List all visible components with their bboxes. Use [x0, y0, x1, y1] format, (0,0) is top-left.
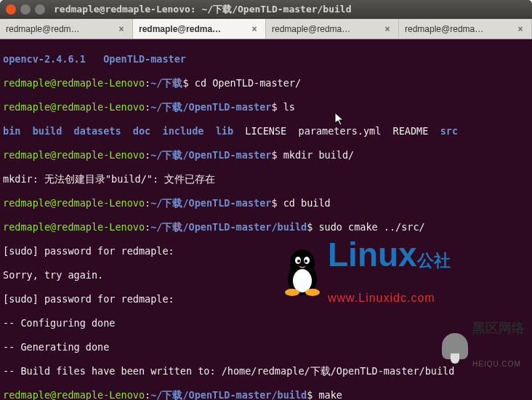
ls-item: parameters.yml [299, 125, 382, 137]
command: ls [278, 101, 295, 113]
ls-item: doc [133, 125, 150, 137]
close-icon[interactable]: × [249, 24, 259, 34]
close-icon[interactable]: × [382, 24, 392, 34]
terminal-window: redmaple@redmaple-Lenovo: ~/下载/OpenTLD-m… [0, 0, 532, 400]
prompt-user: redmaple@redmaple-Lenovo [3, 101, 145, 113]
command: mkdir build/ [278, 149, 355, 161]
prompt-path: ~/下载/OpenTLD-master [150, 197, 271, 209]
output-line: -- Generating done [3, 341, 529, 353]
command: sudo cmake ../src/ [313, 221, 424, 233]
tab-bar: redmaple@redm… × redmaple@redma… × redma… [0, 19, 532, 39]
prompt-user: redmaple@redmaple-Lenovo [3, 389, 145, 401]
output-line: Sorry, try again. [3, 269, 529, 281]
prompt-user: redmaple@redmaple-Lenovo [3, 77, 145, 89]
tab-3[interactable]: redmaple@redma… × [399, 19, 532, 39]
ls-item: build [33, 125, 63, 137]
ls-item: lib [216, 125, 233, 137]
tab-label: redmaple@redma… [272, 24, 378, 34]
minimize-icon[interactable] [20, 4, 31, 15]
tab-label: redmaple@redm… [6, 24, 112, 34]
prompt-user: redmaple@redmaple-Lenovo [3, 221, 145, 233]
svg-point-5 [297, 260, 300, 263]
ls-item: bin [3, 125, 20, 137]
ls-item: datasets [74, 125, 121, 137]
output-line: [sudo] password for redmaple: [3, 293, 529, 305]
prompt-path: ~/下载/OpenTLD-master/build [150, 221, 307, 233]
command: cd build [278, 197, 331, 209]
maximize-icon[interactable] [35, 4, 45, 15]
close-icon[interactable]: × [116, 24, 126, 34]
svg-point-3 [295, 257, 301, 264]
prompt-path: ~/下载/OpenTLD-master/build [150, 389, 307, 401]
command: cd OpenTLD-master/ [189, 77, 301, 89]
command: make [313, 389, 342, 401]
tab-label: redmaple@redma… [139, 24, 245, 34]
output-line: [sudo] password for redmaple: [3, 245, 529, 257]
tab-label: redmaple@redma… [405, 24, 511, 34]
output-line: -- Configuring done [3, 317, 529, 329]
output-line: -- Build files have been written to: /ho… [3, 365, 529, 377]
close-icon[interactable]: × [515, 24, 525, 34]
ls-item: include [163, 125, 204, 137]
terminal-content[interactable]: opencv-2.4.6.1 OpenTLD-master redmaple@r… [0, 39, 532, 400]
output-line: mkdir: 无法创建目录"build/": 文件已存在 [3, 173, 529, 185]
close-icon[interactable] [6, 4, 16, 15]
ls-item: LICENSE [245, 125, 286, 137]
prompt-path: ~/下载/OpenTLD-master [150, 101, 271, 113]
window-title: redmaple@redmaple-Lenovo: ~/下载/OpenTLD-m… [54, 3, 352, 16]
ls-item: README [393, 125, 429, 137]
svg-point-6 [305, 260, 307, 263]
tab-1[interactable]: redmaple@redma… × [133, 19, 266, 39]
titlebar[interactable]: redmaple@redmaple-Lenovo: ~/下载/OpenTLD-m… [0, 0, 532, 19]
tab-0[interactable]: redmaple@redm… × [0, 19, 133, 39]
prompt-user: redmaple@redmaple-Lenovo [3, 149, 145, 161]
prompt-path: ~/下载 [150, 77, 182, 89]
prompt-user: redmaple@redmaple-Lenovo [3, 197, 145, 209]
svg-point-4 [304, 257, 310, 264]
prompt-path: ~/下载/OpenTLD-master [150, 149, 271, 161]
dir-name: opencv-2.4.6.1 [3, 53, 86, 65]
ls-item: src [440, 125, 458, 137]
dir-name: OpenTLD-master [103, 53, 186, 65]
tab-2[interactable]: redmaple@redma… × [266, 19, 399, 39]
